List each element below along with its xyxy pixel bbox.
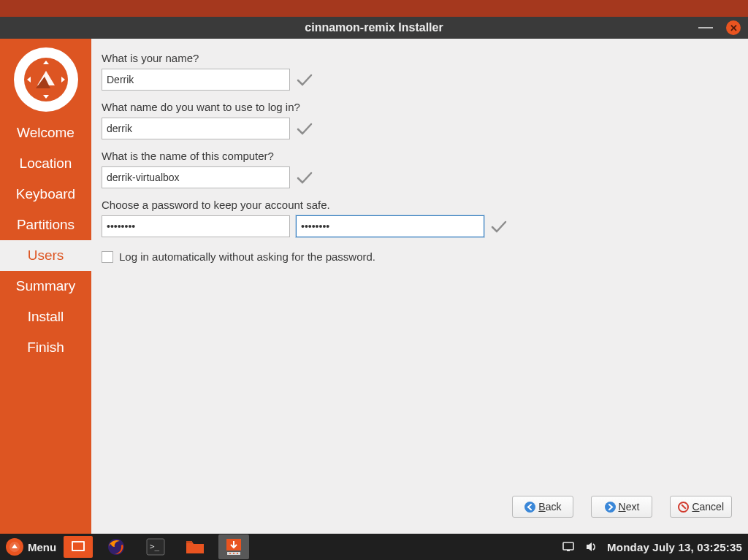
distro-logo — [0, 39, 91, 118]
sidebar-item-partitions[interactable]: Partitions — [0, 210, 91, 240]
sidebar-item-label: Summary — [16, 278, 75, 294]
svg-rect-18 — [567, 550, 570, 551]
desktop-top-gap — [0, 0, 748, 17]
cinnamon-logo-icon — [23, 56, 69, 103]
main-panel: What is your name? What name do you want… — [91, 39, 748, 534]
window-body: Welcome Location Keyboard Partitions Use… — [0, 39, 748, 534]
full-name-input[interactable] — [102, 69, 290, 91]
hostname-label: What is the name of this computer? — [102, 150, 735, 162]
check-icon — [296, 121, 313, 136]
next-button-label: N — [619, 501, 626, 513]
arrow-left-icon — [524, 502, 535, 513]
sidebar-item-location[interactable]: Location — [0, 148, 91, 179]
sidebar-item-label: Users — [28, 248, 64, 263]
taskbar-show-desktop[interactable] — [64, 536, 93, 558]
taskbar-firefox[interactable] — [100, 536, 132, 558]
sidebar-item-label: Finish — [27, 340, 64, 355]
password-label: Choose a password to keep your account s… — [102, 199, 735, 211]
full-name-label: What is your name? — [102, 52, 735, 64]
autologin-checkbox[interactable] — [102, 251, 113, 263]
sidebar-item-finish[interactable]: Finish — [0, 332, 91, 363]
window-close-button[interactable]: ✕ — [726, 20, 741, 35]
sidebar-item-install[interactable]: Install — [0, 302, 91, 332]
menu-label: Menu — [28, 541, 56, 553]
sidebar-item-users[interactable]: Users — [0, 240, 91, 271]
taskbar-files[interactable] — [179, 536, 211, 558]
svg-point-15 — [233, 553, 234, 554]
taskbar-installer[interactable] — [218, 534, 249, 559]
sidebar-item-label: Partitions — [17, 217, 75, 232]
autologin-label: Log in automatically without asking for … — [119, 250, 375, 263]
login-name-label: What name do you want to use to log in? — [102, 101, 735, 113]
sidebar-item-label: Keyboard — [16, 186, 75, 202]
nav-button-row: Back Next Cancel — [102, 490, 735, 525]
back-button-label: B — [538, 501, 545, 513]
password-confirm-input[interactable] — [296, 215, 484, 237]
taskbar-terminal[interactable]: >_ — [140, 536, 172, 558]
menu-logo-icon — [6, 538, 23, 556]
sidebar-item-label: Install — [28, 309, 64, 324]
sidebar-item-summary[interactable]: Summary — [0, 271, 91, 302]
menu-button[interactable]: Menu — [6, 538, 56, 556]
svg-rect-17 — [563, 542, 573, 550]
window-titlebar: cinnamon-remix Installer — ✕ — [0, 17, 748, 39]
installer-sidebar: Welcome Location Keyboard Partitions Use… — [0, 39, 91, 534]
svg-point-16 — [237, 553, 238, 554]
taskbar: Menu >_ Monday July 13, 03:25:35 — [0, 534, 748, 560]
sidebar-item-label: Welcome — [17, 125, 75, 140]
cancel-icon — [678, 502, 689, 513]
network-icon[interactable] — [562, 541, 576, 553]
check-icon — [490, 219, 508, 234]
svg-text:>_: >_ — [150, 542, 160, 551]
svg-rect-7 — [73, 542, 83, 550]
window-minimize-button[interactable]: — — [698, 26, 713, 29]
login-name-input[interactable] — [102, 118, 290, 139]
next-button[interactable]: Next — [591, 496, 652, 518]
sidebar-item-label: Location — [20, 156, 72, 171]
check-icon — [296, 170, 313, 185]
svg-rect-11 — [186, 541, 192, 543]
cancel-button-label: C — [692, 501, 699, 513]
back-button[interactable]: Back — [512, 496, 573, 518]
svg-point-14 — [229, 553, 231, 554]
check-icon — [296, 72, 313, 87]
volume-icon[interactable] — [585, 541, 598, 553]
password-input[interactable] — [102, 215, 290, 237]
cancel-button[interactable]: Cancel — [670, 496, 732, 518]
sidebar-item-keyboard[interactable]: Keyboard — [0, 179, 91, 210]
taskbar-clock[interactable]: Monday July 13, 03:25:35 — [607, 541, 742, 553]
arrow-right-icon — [605, 502, 616, 513]
window-title: cinnamon-remix Installer — [0, 21, 748, 34]
sidebar-item-welcome[interactable]: Welcome — [0, 118, 91, 148]
hostname-input[interactable] — [102, 166, 290, 188]
